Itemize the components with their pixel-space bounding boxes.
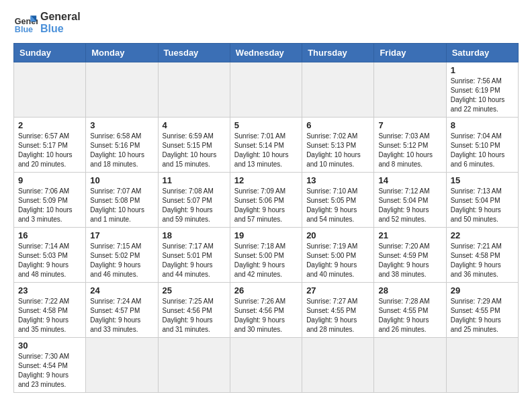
day-info: Sunrise: 7:20 AM Sunset: 4:59 PM Dayligh…	[378, 242, 441, 279]
day-number: 7	[378, 120, 441, 130]
calendar-cell: 11Sunrise: 7:08 AM Sunset: 5:07 PM Dayli…	[158, 173, 230, 228]
day-info: Sunrise: 7:06 AM Sunset: 5:09 PM Dayligh…	[18, 187, 81, 224]
day-number: 27	[306, 285, 369, 295]
day-number: 11	[163, 175, 226, 185]
day-number: 15	[451, 175, 514, 185]
calendar-cell	[86, 62, 158, 118]
calendar-cell: 19Sunrise: 7:18 AM Sunset: 5:00 PM Dayli…	[230, 228, 302, 283]
calendar-cell: 22Sunrise: 7:21 AM Sunset: 4:58 PM Dayli…	[446, 228, 518, 283]
header: General Blue General Blue	[13, 11, 519, 35]
week-row-1: 2Sunrise: 6:57 AM Sunset: 5:17 PM Daylig…	[14, 118, 519, 173]
day-number: 21	[378, 230, 441, 240]
day-info: Sunrise: 7:18 AM Sunset: 5:00 PM Dayligh…	[234, 242, 298, 279]
calendar-cell: 7Sunrise: 7:03 AM Sunset: 5:12 PM Daylig…	[374, 118, 446, 173]
calendar-cell: 8Sunrise: 7:04 AM Sunset: 5:10 PM Daylig…	[446, 118, 518, 173]
calendar-cell: 3Sunrise: 6:58 AM Sunset: 5:16 PM Daylig…	[86, 118, 158, 173]
calendar-cell	[302, 62, 374, 118]
weekday-header-row: SundayMondayTuesdayWednesdayThursdayFrid…	[14, 44, 519, 62]
day-number: 3	[90, 120, 153, 130]
day-number: 2	[18, 120, 81, 130]
day-info: Sunrise: 7:07 AM Sunset: 5:08 PM Dayligh…	[90, 187, 153, 224]
logo: General Blue General Blue	[13, 11, 81, 35]
week-row-5: 30Sunrise: 7:30 AM Sunset: 4:54 PM Dayli…	[14, 338, 519, 393]
calendar-cell: 4Sunrise: 6:59 AM Sunset: 5:15 PM Daylig…	[158, 118, 230, 173]
calendar-cell: 24Sunrise: 7:24 AM Sunset: 4:57 PM Dayli…	[86, 283, 158, 338]
day-info: Sunrise: 7:25 AM Sunset: 4:56 PM Dayligh…	[163, 297, 226, 334]
day-number: 9	[18, 175, 81, 185]
day-info: Sunrise: 6:58 AM Sunset: 5:16 PM Dayligh…	[90, 132, 153, 169]
day-info: Sunrise: 7:22 AM Sunset: 4:58 PM Dayligh…	[18, 297, 81, 334]
calendar-cell: 30Sunrise: 7:30 AM Sunset: 4:54 PM Dayli…	[14, 338, 86, 393]
day-number: 13	[306, 175, 369, 185]
day-number: 28	[378, 285, 441, 295]
day-number: 5	[234, 120, 298, 130]
calendar-cell	[86, 338, 158, 393]
svg-text:Blue: Blue	[15, 25, 33, 34]
day-number: 18	[163, 230, 226, 240]
day-number: 14	[378, 175, 441, 185]
calendar-cell: 6Sunrise: 7:02 AM Sunset: 5:13 PM Daylig…	[302, 118, 374, 173]
calendar-cell	[374, 62, 446, 118]
calendar-cell: 25Sunrise: 7:25 AM Sunset: 4:56 PM Dayli…	[158, 283, 230, 338]
week-row-3: 16Sunrise: 7:14 AM Sunset: 5:03 PM Dayli…	[14, 228, 519, 283]
weekday-header-saturday: Saturday	[446, 44, 518, 62]
day-number: 22	[451, 230, 514, 240]
day-info: Sunrise: 7:21 AM Sunset: 4:58 PM Dayligh…	[451, 242, 514, 279]
calendar-cell: 2Sunrise: 6:57 AM Sunset: 5:17 PM Daylig…	[14, 118, 86, 173]
calendar-cell	[230, 338, 302, 393]
day-info: Sunrise: 7:29 AM Sunset: 4:55 PM Dayligh…	[451, 297, 514, 334]
day-info: Sunrise: 7:24 AM Sunset: 4:57 PM Dayligh…	[90, 297, 153, 334]
calendar-cell	[374, 338, 446, 393]
calendar-cell: 26Sunrise: 7:26 AM Sunset: 4:56 PM Dayli…	[230, 283, 302, 338]
day-info: Sunrise: 6:57 AM Sunset: 5:17 PM Dayligh…	[18, 132, 81, 169]
day-info: Sunrise: 7:02 AM Sunset: 5:13 PM Dayligh…	[306, 132, 369, 169]
weekday-header-monday: Monday	[86, 44, 158, 62]
day-info: Sunrise: 7:01 AM Sunset: 5:14 PM Dayligh…	[234, 132, 298, 169]
calendar-cell: 14Sunrise: 7:12 AM Sunset: 5:04 PM Dayli…	[374, 173, 446, 228]
week-row-4: 23Sunrise: 7:22 AM Sunset: 4:58 PM Dayli…	[14, 283, 519, 338]
day-info: Sunrise: 7:15 AM Sunset: 5:02 PM Dayligh…	[90, 242, 153, 279]
day-info: Sunrise: 7:10 AM Sunset: 5:05 PM Dayligh…	[306, 187, 369, 224]
calendar-cell: 16Sunrise: 7:14 AM Sunset: 5:03 PM Dayli…	[14, 228, 86, 283]
calendar-cell: 20Sunrise: 7:19 AM Sunset: 5:00 PM Dayli…	[302, 228, 374, 283]
day-info: Sunrise: 7:14 AM Sunset: 5:03 PM Dayligh…	[18, 242, 81, 279]
weekday-header-sunday: Sunday	[14, 44, 86, 62]
calendar-cell: 5Sunrise: 7:01 AM Sunset: 5:14 PM Daylig…	[230, 118, 302, 173]
day-info: Sunrise: 7:17 AM Sunset: 5:01 PM Dayligh…	[163, 242, 226, 279]
weekday-header-friday: Friday	[374, 44, 446, 62]
day-info: Sunrise: 7:56 AM Sunset: 6:19 PM Dayligh…	[451, 77, 514, 114]
day-number: 16	[18, 230, 81, 240]
calendar-cell: 27Sunrise: 7:27 AM Sunset: 4:55 PM Dayli…	[302, 283, 374, 338]
day-info: Sunrise: 7:26 AM Sunset: 4:56 PM Dayligh…	[234, 297, 298, 334]
calendar-cell: 17Sunrise: 7:15 AM Sunset: 5:02 PM Dayli…	[86, 228, 158, 283]
day-number: 17	[90, 230, 153, 240]
day-number: 1	[451, 65, 514, 75]
day-number: 26	[234, 285, 298, 295]
calendar-cell: 21Sunrise: 7:20 AM Sunset: 4:59 PM Dayli…	[374, 228, 446, 283]
calendar-cell	[446, 338, 518, 393]
day-number: 4	[163, 120, 226, 130]
calendar-cell	[158, 62, 230, 118]
calendar-cell	[302, 338, 374, 393]
weekday-header-tuesday: Tuesday	[158, 44, 230, 62]
calendar-table: SundayMondayTuesdayWednesdayThursdayFrid…	[13, 43, 519, 393]
day-info: Sunrise: 7:30 AM Sunset: 4:54 PM Dayligh…	[18, 352, 81, 390]
calendar-cell: 1Sunrise: 7:56 AM Sunset: 6:19 PM Daylig…	[446, 62, 518, 118]
day-number: 24	[90, 285, 153, 295]
day-number: 29	[451, 285, 514, 295]
weekday-header-thursday: Thursday	[302, 44, 374, 62]
day-info: Sunrise: 7:28 AM Sunset: 4:55 PM Dayligh…	[378, 297, 441, 334]
calendar-cell	[14, 62, 86, 118]
day-number: 12	[234, 175, 298, 185]
day-info: Sunrise: 7:12 AM Sunset: 5:04 PM Dayligh…	[378, 187, 441, 224]
calendar-cell	[230, 62, 302, 118]
calendar-cell: 12Sunrise: 7:09 AM Sunset: 5:06 PM Dayli…	[230, 173, 302, 228]
calendar-cell	[158, 338, 230, 393]
day-number: 19	[234, 230, 298, 240]
week-row-2: 9Sunrise: 7:06 AM Sunset: 5:09 PM Daylig…	[14, 173, 519, 228]
day-info: Sunrise: 7:08 AM Sunset: 5:07 PM Dayligh…	[163, 187, 226, 224]
calendar-cell: 18Sunrise: 7:17 AM Sunset: 5:01 PM Dayli…	[158, 228, 230, 283]
day-number: 20	[306, 230, 369, 240]
day-number: 23	[18, 285, 81, 295]
day-info: Sunrise: 7:19 AM Sunset: 5:00 PM Dayligh…	[306, 242, 369, 279]
